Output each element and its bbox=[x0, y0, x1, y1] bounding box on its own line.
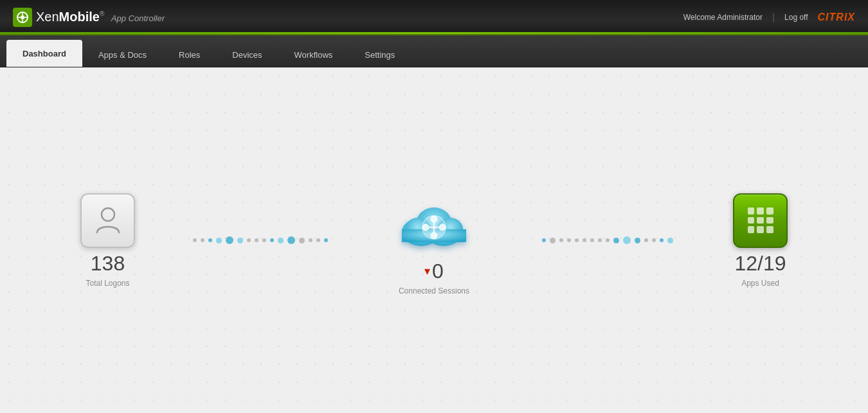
header-separator: | bbox=[772, 12, 775, 23]
tab-devices[interactable]: Devices bbox=[216, 42, 278, 67]
logo-product: App Controller bbox=[111, 13, 165, 23]
grid-cell bbox=[757, 217, 764, 224]
dot bbox=[644, 238, 648, 242]
right-dots-line bbox=[482, 236, 733, 244]
dot bbox=[193, 238, 197, 242]
dot bbox=[590, 238, 594, 242]
person-icon bbox=[92, 204, 124, 236]
dot bbox=[567, 238, 571, 242]
grid-cell bbox=[766, 217, 773, 224]
dot bbox=[208, 238, 212, 242]
main-content: 138 Total Logons bbox=[0, 67, 868, 413]
svg-point-14 bbox=[431, 233, 437, 239]
down-arrow-icon: ▾ bbox=[424, 265, 430, 277]
dot bbox=[270, 238, 274, 242]
dashboard: 138 Total Logons bbox=[0, 67, 868, 413]
dot bbox=[660, 238, 664, 242]
dot bbox=[287, 236, 295, 244]
grid-cell bbox=[757, 207, 764, 215]
dot bbox=[598, 238, 602, 242]
dot bbox=[278, 238, 284, 243]
dot bbox=[606, 238, 610, 242]
cloud-icon bbox=[386, 186, 482, 256]
logons-icon-box bbox=[80, 193, 135, 248]
connected-sessions-number: 0 bbox=[432, 259, 444, 283]
dot bbox=[559, 238, 563, 242]
dot bbox=[635, 238, 640, 243]
total-logons-widget: 138 Total Logons bbox=[80, 193, 135, 288]
dot bbox=[583, 238, 586, 242]
left-dots-line bbox=[135, 236, 386, 244]
grid-cell bbox=[757, 226, 764, 233]
svg-point-15 bbox=[422, 224, 429, 231]
tab-dashboard[interactable]: Dashboard bbox=[6, 40, 82, 67]
dot bbox=[216, 238, 222, 243]
dot bbox=[316, 238, 320, 242]
dot bbox=[247, 238, 251, 242]
connection-area: 138 Total Logons bbox=[80, 186, 788, 295]
dot bbox=[613, 238, 619, 243]
dot bbox=[262, 238, 266, 242]
navigation: Dashboard Apps & Docs Roles Devices Work… bbox=[0, 35, 868, 67]
svg-point-13 bbox=[431, 216, 437, 222]
dot bbox=[542, 238, 546, 242]
dot bbox=[255, 238, 258, 242]
logo: XenMobile® App Controller bbox=[13, 8, 165, 27]
welcome-text: Welcome Administrator bbox=[683, 13, 763, 22]
header-right: Welcome Administrator | Log off CiTRiX bbox=[683, 12, 855, 23]
dot bbox=[324, 238, 328, 242]
dot bbox=[623, 236, 631, 244]
total-logons-label: Total Logons bbox=[86, 279, 129, 288]
dot bbox=[201, 238, 204, 242]
dot bbox=[667, 238, 673, 243]
dot bbox=[299, 238, 305, 243]
apps-icon-box bbox=[733, 193, 788, 248]
tab-apps-docs[interactable]: Apps & Docs bbox=[82, 42, 163, 67]
grid-icon bbox=[748, 207, 773, 233]
logo-mobile: Mobile bbox=[59, 10, 100, 24]
dot bbox=[575, 238, 579, 242]
dot bbox=[550, 238, 556, 243]
connected-sessions-widget: ▾ 0 Connected Sessions bbox=[386, 186, 482, 295]
logo-reg: ® bbox=[100, 10, 104, 17]
dot bbox=[226, 236, 233, 244]
logo-icon bbox=[13, 8, 32, 27]
dot bbox=[652, 238, 656, 242]
dot bbox=[237, 238, 243, 243]
grid-cell bbox=[766, 207, 773, 215]
connected-sessions-value-row: ▾ 0 bbox=[424, 259, 444, 283]
apps-used-label: Apps Used bbox=[741, 279, 779, 288]
grid-cell bbox=[766, 226, 773, 233]
dot bbox=[309, 238, 312, 242]
svg-point-5 bbox=[102, 208, 114, 221]
total-logons-value: 138 bbox=[91, 253, 125, 274]
connected-sessions-label: Connected Sessions bbox=[399, 286, 469, 295]
grid-cell bbox=[748, 207, 755, 215]
tab-settings[interactable]: Settings bbox=[348, 42, 411, 67]
logoff-link[interactable]: Log off bbox=[784, 13, 808, 22]
header: XenMobile® App Controller Welcome Admini… bbox=[0, 0, 868, 35]
grid-cell bbox=[748, 226, 755, 233]
grid-cell bbox=[748, 217, 755, 224]
svg-point-16 bbox=[439, 224, 446, 231]
apps-used-widget: 12/19 Apps Used bbox=[733, 193, 788, 288]
tab-workflows[interactable]: Workflows bbox=[278, 42, 349, 67]
apps-used-value: 12/19 bbox=[734, 253, 786, 274]
citrix-logo: CiTRiX bbox=[818, 12, 855, 23]
tab-roles[interactable]: Roles bbox=[163, 42, 216, 67]
logo-xen: Xen bbox=[36, 10, 59, 24]
